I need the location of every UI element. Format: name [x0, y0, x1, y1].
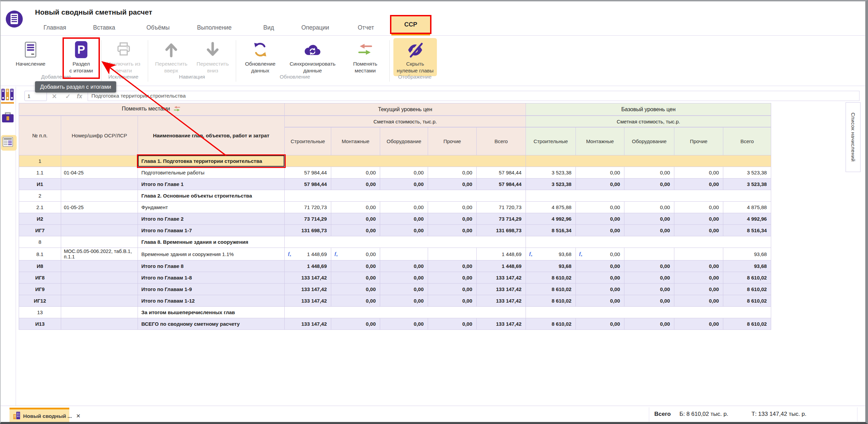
column-header[interactable]: Прочие [674, 127, 723, 155]
table-cell[interactable]: Подготовительные работы [138, 167, 285, 179]
tab-ssr-active[interactable]: ССР [390, 15, 431, 34]
table-cell[interactable]: 8 516,34 [723, 225, 771, 236]
column-header[interactable]: Строительные [285, 127, 331, 155]
table-cell[interactable]: 0,00 [380, 284, 428, 295]
table-cell[interactable]: 0,00 [428, 167, 477, 179]
column-header[interactable]: Монтажные [331, 127, 380, 155]
table-cell[interactable]: fx93,68 [526, 248, 576, 260]
table-cell[interactable] [61, 260, 138, 272]
table-cell[interactable]: Фундамент [138, 202, 285, 213]
table-cell[interactable]: 133 147,42 [285, 295, 331, 307]
table-cell[interactable]: 133 147,42 [285, 284, 331, 295]
column-header[interactable]: Оборудование [624, 127, 674, 155]
table-cell[interactable]: 0,00 [331, 272, 380, 284]
table-cell[interactable]: 0,00 [428, 260, 477, 272]
table-cell[interactable]: 0,00 [428, 284, 477, 295]
table-cell[interactable]: 1 [19, 155, 61, 167]
table-cell[interactable]: 0,00 [331, 202, 380, 213]
table-cell[interactable] [674, 248, 723, 260]
tab-vypolnenie[interactable]: Выполнение [197, 21, 232, 34]
table-cell[interactable]: Глава 1. Подготовка территории строитель… [138, 155, 285, 167]
cancel-icon[interactable]: ✕ [52, 91, 57, 101]
table-cell[interactable]: 8 610,02 [526, 318, 576, 330]
table-cell[interactable]: 4 875,88 [723, 202, 771, 213]
table-cell[interactable]: 71 720,73 [285, 202, 331, 213]
table-cell[interactable] [526, 155, 771, 167]
table-cell[interactable]: 0,00 [624, 225, 674, 236]
table-cell[interactable]: 133 147,42 [477, 295, 526, 307]
table-cell[interactable]: 0,00 [428, 179, 477, 190]
isklyuchit-iz-pechati-button[interactable]: Исключить из печати [104, 39, 144, 74]
table-cell[interactable]: 0,00 [331, 318, 380, 330]
header-swap-group[interactable]: Поменять местами [19, 103, 285, 116]
table-cell[interactable]: 8.1 [19, 248, 61, 260]
sinhronizirovat-dannye-button[interactable]: Синхронизировать данные [284, 39, 341, 74]
table-cell[interactable]: 0,00 [428, 213, 477, 225]
table-cell[interactable]: 0,00 [331, 179, 380, 190]
table-cell[interactable] [285, 155, 526, 167]
table-cell[interactable]: 0,00 [380, 213, 428, 225]
tab-vstavka[interactable]: Вставка [93, 21, 115, 34]
table-cell[interactable]: 0,00 [624, 295, 674, 307]
table-cell[interactable]: 0,00 [624, 213, 674, 225]
table-cell[interactable] [428, 248, 477, 260]
table-cell[interactable]: 8 610,02 [526, 272, 576, 284]
table-cell[interactable]: 133 147,42 [285, 318, 331, 330]
nachislenie-button[interactable]: Начисление [13, 39, 48, 67]
table-cell[interactable]: 93,68 [723, 248, 771, 260]
column-header-code[interactable]: Номер/шифр ОСР/ЛСР [61, 116, 138, 155]
table-cell[interactable]: 0,00 [624, 260, 674, 272]
table-cell[interactable] [61, 307, 138, 318]
table-cell[interactable]: 8 610,02 [526, 295, 576, 307]
table-cell[interactable] [380, 248, 428, 260]
table-cell[interactable]: ИГ8 [19, 272, 61, 284]
table-cell[interactable]: 0,00 [674, 225, 723, 236]
table-cell[interactable]: Итого по Главе 8 [138, 260, 285, 272]
table-cell[interactable]: 133 147,42 [285, 272, 331, 284]
tab-obyomy[interactable]: Объёмы [146, 21, 170, 34]
table-cell[interactable]: 0,00 [380, 295, 428, 307]
table-cell[interactable] [624, 248, 674, 260]
table-cell[interactable] [61, 295, 138, 307]
table-cell[interactable]: 0,00 [380, 272, 428, 284]
table-cell[interactable] [61, 284, 138, 295]
table-cell[interactable]: 1 448,69 [477, 248, 526, 260]
close-icon[interactable]: ✕ [76, 413, 81, 419]
table-cell[interactable]: 13 [19, 307, 61, 318]
obnovlenie-dannyh-button[interactable]: Обновление данных [240, 39, 281, 74]
table-cell[interactable]: 0,00 [576, 272, 624, 284]
table-cell[interactable]: fx0,00 [331, 248, 380, 260]
table-cell[interactable]: 4 992,96 [723, 213, 771, 225]
column-header[interactable]: Строительные [526, 127, 576, 155]
table-cell[interactable]: 57 984,44 [477, 179, 526, 190]
tab-otchet[interactable]: Отчет [358, 21, 374, 34]
table-cell[interactable]: И1 [19, 179, 61, 190]
table-cell[interactable]: 133 147,42 [477, 284, 526, 295]
table-cell[interactable]: 0,00 [674, 167, 723, 179]
column-header[interactable]: Всего [723, 127, 771, 155]
table-cell[interactable]: ИГ9 [19, 284, 61, 295]
table-cell[interactable]: 2.1 [19, 202, 61, 213]
table-cell[interactable]: 0,00 [576, 167, 624, 179]
table-cell[interactable]: 0,00 [624, 318, 674, 330]
table-cell[interactable]: МОС.05.05-006.2022, таб.В.1, п.1.1 [61, 248, 138, 260]
table-cell[interactable]: Временные здания и сооружения 1.1% [138, 248, 285, 260]
column-header[interactable]: Прочие [428, 127, 477, 155]
table-cell[interactable]: ИГ7 [19, 225, 61, 236]
table-cell[interactable]: 8 516,34 [526, 225, 576, 236]
table-cell[interactable] [61, 272, 138, 284]
table-cell[interactable]: 0,00 [624, 202, 674, 213]
table-cell[interactable]: 01-04-25 [61, 167, 138, 179]
column-header[interactable]: Монтажные [576, 127, 624, 155]
table-cell[interactable]: 0,00 [576, 213, 624, 225]
table-cell[interactable]: 0,00 [380, 179, 428, 190]
table-cell[interactable]: 93,68 [723, 260, 771, 272]
table-cell[interactable] [61, 213, 138, 225]
table-cell[interactable]: 2 [19, 190, 61, 202]
table-cell[interactable]: 0,00 [380, 260, 428, 272]
table-cell[interactable]: 0,00 [576, 260, 624, 272]
table-cell[interactable] [61, 318, 138, 330]
table-cell[interactable]: За итогом вышеперечисленных глав [138, 307, 285, 318]
table-cell[interactable]: 3 523,38 [526, 179, 576, 190]
table-cell[interactable]: 0,00 [331, 213, 380, 225]
